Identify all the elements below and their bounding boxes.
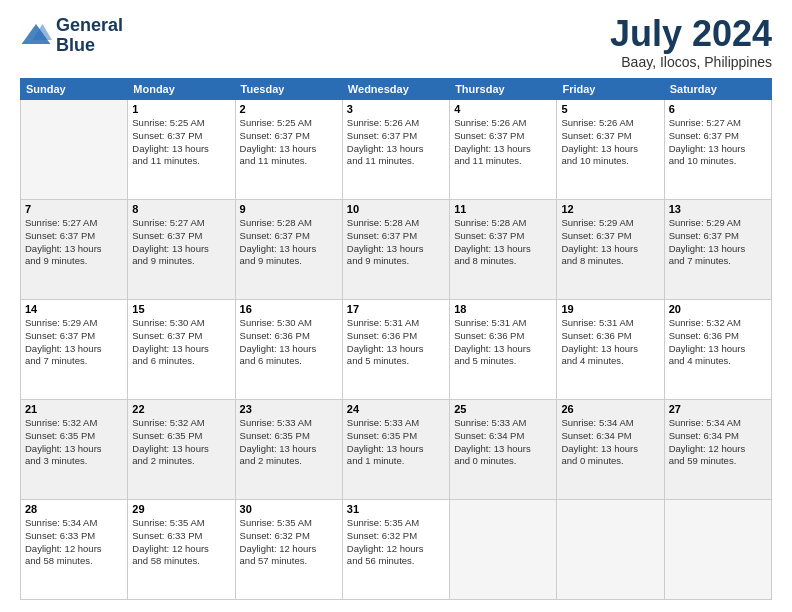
calendar-cell: 17Sunrise: 5:31 AMSunset: 6:36 PMDayligh…	[342, 300, 449, 400]
calendar-cell: 23Sunrise: 5:33 AMSunset: 6:35 PMDayligh…	[235, 400, 342, 500]
day-number: 4	[454, 103, 552, 115]
day-number: 19	[561, 303, 659, 315]
day-info: Sunrise: 5:27 AMSunset: 6:37 PMDaylight:…	[669, 117, 767, 168]
day-number: 12	[561, 203, 659, 215]
calendar-cell: 1Sunrise: 5:25 AMSunset: 6:37 PMDaylight…	[128, 100, 235, 200]
logo-text-line2: Blue	[56, 36, 123, 56]
calendar-cell: 7Sunrise: 5:27 AMSunset: 6:37 PMDaylight…	[21, 200, 128, 300]
day-info: Sunrise: 5:25 AMSunset: 6:37 PMDaylight:…	[240, 117, 338, 168]
day-number: 11	[454, 203, 552, 215]
day-info: Sunrise: 5:35 AMSunset: 6:32 PMDaylight:…	[347, 517, 445, 568]
day-number: 17	[347, 303, 445, 315]
day-number: 7	[25, 203, 123, 215]
day-info: Sunrise: 5:25 AMSunset: 6:37 PMDaylight:…	[132, 117, 230, 168]
title-block: July 2024 Baay, Ilocos, Philippines	[610, 16, 772, 70]
day-number: 26	[561, 403, 659, 415]
calendar-cell: 14Sunrise: 5:29 AMSunset: 6:37 PMDayligh…	[21, 300, 128, 400]
day-info: Sunrise: 5:29 AMSunset: 6:37 PMDaylight:…	[561, 217, 659, 268]
day-info: Sunrise: 5:30 AMSunset: 6:37 PMDaylight:…	[132, 317, 230, 368]
calendar-cell: 8Sunrise: 5:27 AMSunset: 6:37 PMDaylight…	[128, 200, 235, 300]
day-number: 15	[132, 303, 230, 315]
day-number: 3	[347, 103, 445, 115]
day-number: 6	[669, 103, 767, 115]
day-info: Sunrise: 5:28 AMSunset: 6:37 PMDaylight:…	[240, 217, 338, 268]
month-title: July 2024	[610, 16, 772, 52]
day-info: Sunrise: 5:27 AMSunset: 6:37 PMDaylight:…	[25, 217, 123, 268]
day-number: 25	[454, 403, 552, 415]
day-info: Sunrise: 5:30 AMSunset: 6:36 PMDaylight:…	[240, 317, 338, 368]
calendar-table: Sunday Monday Tuesday Wednesday Thursday…	[20, 78, 772, 600]
day-info: Sunrise: 5:33 AMSunset: 6:35 PMDaylight:…	[347, 417, 445, 468]
calendar-cell: 22Sunrise: 5:32 AMSunset: 6:35 PMDayligh…	[128, 400, 235, 500]
day-number: 22	[132, 403, 230, 415]
calendar-cell: 26Sunrise: 5:34 AMSunset: 6:34 PMDayligh…	[557, 400, 664, 500]
calendar-cell: 19Sunrise: 5:31 AMSunset: 6:36 PMDayligh…	[557, 300, 664, 400]
col-friday: Friday	[557, 79, 664, 100]
day-number: 10	[347, 203, 445, 215]
calendar-cell: 6Sunrise: 5:27 AMSunset: 6:37 PMDaylight…	[664, 100, 771, 200]
day-number: 8	[132, 203, 230, 215]
calendar-cell: 9Sunrise: 5:28 AMSunset: 6:37 PMDaylight…	[235, 200, 342, 300]
calendar-row: 1Sunrise: 5:25 AMSunset: 6:37 PMDaylight…	[21, 100, 772, 200]
day-number: 5	[561, 103, 659, 115]
day-number: 1	[132, 103, 230, 115]
calendar-cell	[21, 100, 128, 200]
calendar-cell: 16Sunrise: 5:30 AMSunset: 6:36 PMDayligh…	[235, 300, 342, 400]
calendar-cell: 5Sunrise: 5:26 AMSunset: 6:37 PMDaylight…	[557, 100, 664, 200]
day-number: 13	[669, 203, 767, 215]
day-info: Sunrise: 5:33 AMSunset: 6:34 PMDaylight:…	[454, 417, 552, 468]
calendar-cell: 4Sunrise: 5:26 AMSunset: 6:37 PMDaylight…	[450, 100, 557, 200]
day-number: 28	[25, 503, 123, 515]
calendar-cell: 18Sunrise: 5:31 AMSunset: 6:36 PMDayligh…	[450, 300, 557, 400]
calendar-header-row: Sunday Monday Tuesday Wednesday Thursday…	[21, 79, 772, 100]
page: General Blue July 2024 Baay, Ilocos, Phi…	[0, 0, 792, 612]
location: Baay, Ilocos, Philippines	[610, 54, 772, 70]
day-info: Sunrise: 5:31 AMSunset: 6:36 PMDaylight:…	[347, 317, 445, 368]
day-number: 30	[240, 503, 338, 515]
day-number: 16	[240, 303, 338, 315]
day-info: Sunrise: 5:29 AMSunset: 6:37 PMDaylight:…	[25, 317, 123, 368]
day-number: 20	[669, 303, 767, 315]
day-info: Sunrise: 5:34 AMSunset: 6:34 PMDaylight:…	[669, 417, 767, 468]
calendar-cell	[450, 500, 557, 600]
calendar-cell: 15Sunrise: 5:30 AMSunset: 6:37 PMDayligh…	[128, 300, 235, 400]
calendar-cell	[664, 500, 771, 600]
day-number: 9	[240, 203, 338, 215]
calendar-cell: 27Sunrise: 5:34 AMSunset: 6:34 PMDayligh…	[664, 400, 771, 500]
col-saturday: Saturday	[664, 79, 771, 100]
day-info: Sunrise: 5:26 AMSunset: 6:37 PMDaylight:…	[561, 117, 659, 168]
calendar-row: 14Sunrise: 5:29 AMSunset: 6:37 PMDayligh…	[21, 300, 772, 400]
calendar-cell: 11Sunrise: 5:28 AMSunset: 6:37 PMDayligh…	[450, 200, 557, 300]
col-monday: Monday	[128, 79, 235, 100]
day-number: 14	[25, 303, 123, 315]
calendar-cell: 10Sunrise: 5:28 AMSunset: 6:37 PMDayligh…	[342, 200, 449, 300]
calendar-cell: 29Sunrise: 5:35 AMSunset: 6:33 PMDayligh…	[128, 500, 235, 600]
calendar-cell: 25Sunrise: 5:33 AMSunset: 6:34 PMDayligh…	[450, 400, 557, 500]
day-info: Sunrise: 5:26 AMSunset: 6:37 PMDaylight:…	[454, 117, 552, 168]
general-blue-logo-icon	[20, 20, 52, 52]
day-info: Sunrise: 5:31 AMSunset: 6:36 PMDaylight:…	[454, 317, 552, 368]
col-wednesday: Wednesday	[342, 79, 449, 100]
day-number: 21	[25, 403, 123, 415]
day-info: Sunrise: 5:35 AMSunset: 6:32 PMDaylight:…	[240, 517, 338, 568]
day-info: Sunrise: 5:28 AMSunset: 6:37 PMDaylight:…	[454, 217, 552, 268]
calendar-cell: 3Sunrise: 5:26 AMSunset: 6:37 PMDaylight…	[342, 100, 449, 200]
calendar-cell: 31Sunrise: 5:35 AMSunset: 6:32 PMDayligh…	[342, 500, 449, 600]
day-info: Sunrise: 5:29 AMSunset: 6:37 PMDaylight:…	[669, 217, 767, 268]
day-number: 23	[240, 403, 338, 415]
day-number: 31	[347, 503, 445, 515]
day-number: 18	[454, 303, 552, 315]
col-tuesday: Tuesday	[235, 79, 342, 100]
calendar-cell: 21Sunrise: 5:32 AMSunset: 6:35 PMDayligh…	[21, 400, 128, 500]
day-info: Sunrise: 5:34 AMSunset: 6:33 PMDaylight:…	[25, 517, 123, 568]
day-info: Sunrise: 5:32 AMSunset: 6:35 PMDaylight:…	[132, 417, 230, 468]
day-number: 27	[669, 403, 767, 415]
calendar-cell: 2Sunrise: 5:25 AMSunset: 6:37 PMDaylight…	[235, 100, 342, 200]
day-number: 2	[240, 103, 338, 115]
day-info: Sunrise: 5:26 AMSunset: 6:37 PMDaylight:…	[347, 117, 445, 168]
day-info: Sunrise: 5:32 AMSunset: 6:35 PMDaylight:…	[25, 417, 123, 468]
logo-text-line1: General	[56, 16, 123, 36]
day-info: Sunrise: 5:27 AMSunset: 6:37 PMDaylight:…	[132, 217, 230, 268]
calendar-cell: 28Sunrise: 5:34 AMSunset: 6:33 PMDayligh…	[21, 500, 128, 600]
col-thursday: Thursday	[450, 79, 557, 100]
